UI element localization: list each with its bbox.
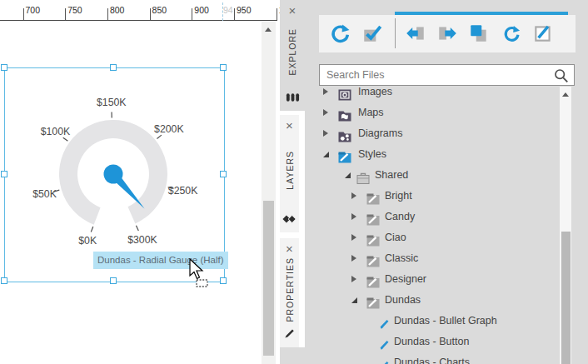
- expand-icon[interactable]: [351, 276, 356, 282]
- resize-handle-nw[interactable]: [1, 64, 7, 71]
- tree-item-label: Shared: [375, 165, 408, 186]
- expand-icon[interactable]: [351, 234, 356, 241]
- tree-item-label: Dundas: [385, 290, 421, 311]
- panel-scrollbar-thumb[interactable]: [561, 232, 571, 364]
- resize-handle-n[interactable]: [110, 64, 117, 71]
- style-item-icon: [379, 357, 391, 364]
- close-icon[interactable]: ×: [289, 5, 296, 17]
- tab-label: PROPERTIES: [285, 257, 295, 322]
- expand-icon[interactable]: [351, 192, 356, 199]
- tree-item-dundas-button[interactable]: Dundas - Button: [305, 332, 560, 352]
- toolbar-divider: [395, 18, 396, 48]
- tree-item-dundas-bullet-graph[interactable]: Dundas - Bullet Graph: [305, 311, 560, 332]
- scroll-up-icon[interactable]: [562, 92, 569, 97]
- tree-item-label: Maps: [358, 102, 384, 123]
- selection-outline: [4, 67, 225, 282]
- tree-item-images[interactable]: Images: [305, 87, 560, 102]
- expand-icon[interactable]: [351, 213, 356, 220]
- tree-item-label: Dundas - Charts: [394, 352, 470, 364]
- search-box[interactable]: [319, 64, 575, 86]
- tree-item-label: Dundas - Button: [394, 332, 469, 352]
- resize-handle-se[interactable]: [220, 277, 227, 284]
- app-window: 94 7007508008509009501000 $0K$50K$100K$1…: [0, 0, 588, 364]
- search-icon[interactable]: [553, 67, 570, 87]
- expand-icon[interactable]: [351, 255, 356, 262]
- tab-layers[interactable]: × LAYERS: [280, 115, 299, 232]
- mouse-cursor: [188, 258, 212, 288]
- tree-item-dundas[interactable]: Dundas: [305, 290, 560, 311]
- tree-item-bright[interactable]: Bright: [305, 186, 560, 207]
- tree-item-classic[interactable]: Classic: [305, 248, 560, 269]
- canvas-scrollbar[interactable]: [262, 22, 276, 364]
- check-out-icon[interactable]: [436, 22, 458, 44]
- select-check-icon[interactable]: [361, 22, 383, 44]
- tree-item-label: Ciao: [385, 227, 406, 248]
- scroll-up-icon[interactable]: [265, 27, 272, 32]
- layers-icon: [282, 212, 297, 227]
- tree-item-label: Diagrams: [358, 123, 403, 144]
- resize-handle-s[interactable]: [110, 277, 117, 284]
- tab-strip-filler: [280, 347, 305, 364]
- tree-item-dundas-charts[interactable]: Dundas - Charts: [305, 352, 560, 364]
- tree-item-styles[interactable]: Styles: [305, 144, 560, 165]
- check-in-icon[interactable]: [405, 22, 426, 44]
- collapse-icon[interactable]: [323, 152, 329, 157]
- canvas-scrollbar-thumb[interactable]: [263, 201, 274, 356]
- close-icon[interactable]: ×: [286, 243, 293, 255]
- resize-handle-sw[interactable]: [1, 277, 7, 284]
- expand-icon[interactable]: [323, 88, 328, 95]
- tree-item-label: Candy: [385, 207, 415, 227]
- tab-properties[interactable]: × PROPERTIES: [280, 238, 299, 347]
- expand-icon[interactable]: [323, 109, 328, 116]
- tree-item-label: Bright: [385, 186, 412, 207]
- resize-handle-e[interactable]: [220, 171, 227, 177]
- tree-item-label: Images: [358, 87, 392, 102]
- rename-icon[interactable]: [532, 22, 554, 44]
- tree-item-label: Dundas - Bullet Graph: [394, 311, 497, 332]
- expand-icon[interactable]: [323, 130, 328, 137]
- collapse-icon[interactable]: [351, 297, 357, 303]
- tree-item-designer[interactable]: Designer: [305, 269, 560, 290]
- sync-icon[interactable]: [329, 22, 351, 44]
- resize-handle-ne[interactable]: [220, 64, 227, 71]
- tree-item-ciao[interactable]: Ciao: [305, 227, 560, 248]
- tree-item-diagrams[interactable]: Diagrams: [305, 123, 560, 144]
- side-tab-strip: × EXPLORE × LAYERS × PROPERTIES: [280, 0, 305, 364]
- tree-item-maps[interactable]: Maps: [305, 102, 560, 123]
- collapse-icon[interactable]: [345, 172, 351, 178]
- explore-icon: [286, 91, 300, 106]
- tab-label: LAYERS: [285, 151, 295, 190]
- design-canvas[interactable]: 94 7007508008509009501000 $0K$50K$100K$1…: [0, 0, 280, 364]
- tree-item-label: Styles: [358, 144, 386, 165]
- panel-scrollbar[interactable]: [560, 87, 571, 364]
- search-input[interactable]: [320, 65, 558, 85]
- tree-item-shared[interactable]: Shared: [305, 165, 560, 186]
- tree-item-label: Classic: [385, 248, 418, 269]
- resize-handle-w[interactable]: [1, 171, 7, 177]
- explore-panel: ImagesMapsDiagramsStylesSharedBrightCand…: [305, 0, 588, 364]
- properties-icon: [284, 327, 295, 342]
- close-icon[interactable]: ×: [286, 120, 293, 132]
- tree-item-candy[interactable]: Candy: [305, 207, 560, 227]
- tab-explore[interactable]: × EXPLORE: [280, 0, 305, 111]
- file-tree: ImagesMapsDiagramsStylesSharedBrightCand…: [305, 87, 560, 364]
- refresh-icon[interactable]: [501, 22, 522, 44]
- tree-item-label: Designer: [385, 269, 426, 290]
- duplicate-icon[interactable]: [468, 22, 490, 44]
- tab-label: EXPLORE: [287, 28, 297, 76]
